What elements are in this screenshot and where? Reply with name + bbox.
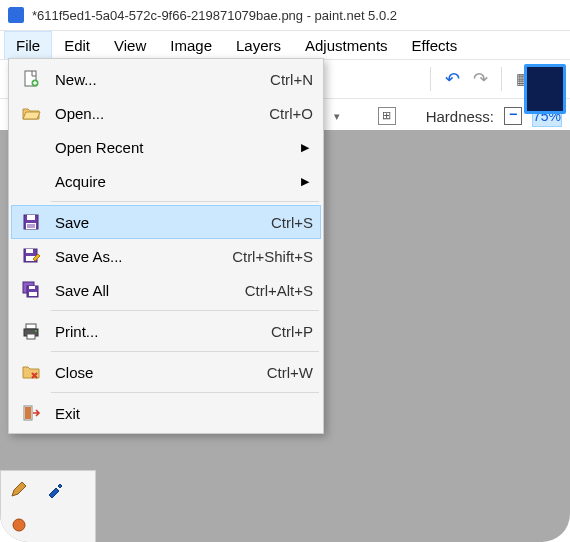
blank-icon — [19, 169, 43, 193]
eyedropper-tool-icon[interactable] — [41, 475, 69, 503]
tools-panel — [0, 470, 96, 542]
file-menu-close[interactable]: CloseCtrl+W — [11, 355, 321, 389]
expand-icon[interactable]: ⊞ — [378, 107, 396, 125]
toolbar-divider — [501, 67, 502, 91]
svg-rect-4 — [26, 223, 36, 229]
file-menu-save-all[interactable]: Save AllCtrl+Alt+S — [11, 273, 321, 307]
print-icon — [19, 319, 43, 343]
menu-item-label: Save All — [55, 282, 245, 299]
menu-item-label: Save As... — [55, 248, 232, 265]
file-menu-open[interactable]: Open...Ctrl+O — [11, 96, 321, 130]
close-icon — [19, 360, 43, 384]
blank-icon — [19, 135, 43, 159]
saveas-icon — [19, 244, 43, 268]
menu-item-label: Close — [55, 364, 267, 381]
image-thumbnail[interactable] — [524, 64, 566, 114]
pencil-tool-icon[interactable] — [5, 475, 33, 503]
menu-item-label: Open... — [55, 105, 269, 122]
hardness-label: Hardness: — [426, 108, 494, 125]
svg-rect-14 — [26, 324, 36, 329]
menu-item-label: Acquire — [55, 173, 313, 190]
file-menu-save[interactable]: SaveCtrl+S — [11, 205, 321, 239]
svg-point-17 — [35, 330, 37, 332]
menu-item-shortcut: Ctrl+S — [271, 214, 313, 231]
submenu-arrow-icon: ▶ — [301, 175, 309, 188]
menu-view[interactable]: View — [102, 31, 158, 59]
menu-file[interactable]: File — [4, 31, 52, 59]
file-menu-new[interactable]: New...Ctrl+N — [11, 62, 321, 96]
svg-rect-5 — [27, 225, 35, 226]
new-icon — [19, 67, 43, 91]
app-icon — [8, 7, 24, 23]
menu-edit[interactable]: Edit — [52, 31, 102, 59]
svg-rect-16 — [27, 334, 35, 339]
menu-item-shortcut: Ctrl+O — [269, 105, 313, 122]
menu-item-shortcut: Ctrl+Alt+S — [245, 282, 313, 299]
menu-item-shortcut: Ctrl+Shift+S — [232, 248, 313, 265]
menu-item-label: Open Recent — [55, 139, 313, 156]
redo-icon[interactable]: ↷ — [469, 68, 491, 90]
menu-adjustments[interactable]: Adjustments — [293, 31, 400, 59]
menu-image[interactable]: Image — [158, 31, 224, 59]
saveall-icon — [19, 278, 43, 302]
menu-effects[interactable]: Effects — [400, 31, 470, 59]
file-menu-save-as[interactable]: Save As...Ctrl+Shift+S — [11, 239, 321, 273]
menu-item-label: Save — [55, 214, 271, 231]
titlebar: *611f5ed1-5a04-572c-9f66-219871079bae.pn… — [0, 0, 570, 31]
file-menu-exit[interactable]: Exit — [11, 396, 321, 430]
menu-separator — [51, 392, 319, 393]
file-menu-dropdown: New...Ctrl+NOpen...Ctrl+OOpen Recent▶Acq… — [8, 58, 324, 434]
menu-separator — [51, 351, 319, 352]
svg-rect-6 — [27, 227, 35, 228]
file-menu-print[interactable]: Print...Ctrl+P — [11, 314, 321, 348]
tool-icon[interactable] — [5, 511, 33, 539]
submenu-arrow-icon: ▶ — [301, 141, 309, 154]
menu-layers[interactable]: Layers — [224, 31, 293, 59]
svg-rect-19 — [25, 407, 31, 419]
menu-separator — [51, 310, 319, 311]
menu-item-label: New... — [55, 71, 270, 88]
open-icon — [19, 101, 43, 125]
file-menu-acquire[interactable]: Acquire▶ — [11, 164, 321, 198]
menu-item-label: Print... — [55, 323, 271, 340]
menu-item-shortcut: Ctrl+W — [267, 364, 313, 381]
hardness-minus-icon[interactable]: − — [504, 107, 522, 125]
exit-icon — [19, 401, 43, 425]
save-icon — [19, 210, 43, 234]
menu-item-shortcut: Ctrl+N — [270, 71, 313, 88]
menu-item-shortcut: Ctrl+P — [271, 323, 313, 340]
undo-icon[interactable]: ↶ — [441, 68, 463, 90]
svg-rect-12 — [29, 286, 35, 289]
svg-rect-3 — [27, 215, 35, 220]
toolbar-divider — [430, 67, 431, 91]
menu-item-label: Exit — [55, 405, 313, 422]
svg-rect-8 — [26, 249, 33, 253]
menubar: FileEditViewImageLayersAdjustmentsEffect… — [0, 31, 570, 60]
menu-separator — [51, 201, 319, 202]
window-title: *611f5ed1-5a04-572c-9f66-219871079bae.pn… — [32, 8, 397, 23]
file-menu-open-recent[interactable]: Open Recent▶ — [11, 130, 321, 164]
svg-point-20 — [13, 519, 25, 531]
svg-rect-13 — [29, 292, 37, 296]
